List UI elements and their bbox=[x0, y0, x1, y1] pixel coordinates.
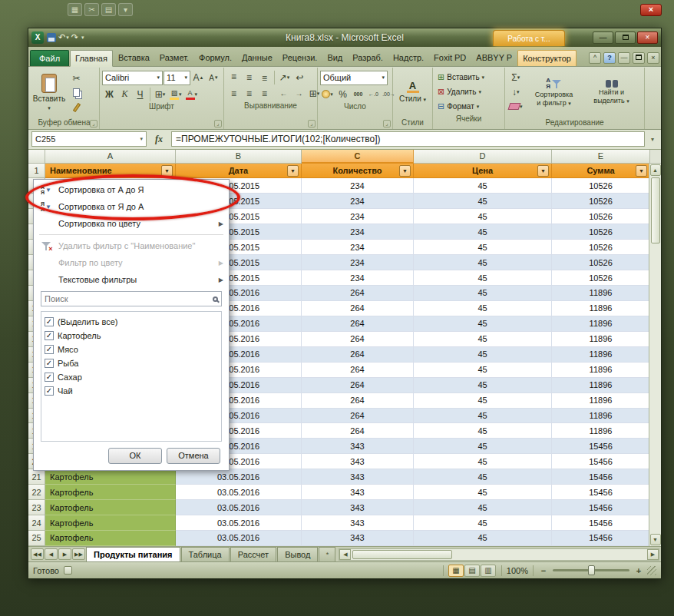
borders-button[interactable]: ⊞▾ bbox=[153, 88, 167, 101]
view-normal-button[interactable]: ▦ bbox=[448, 565, 464, 577]
cell-price[interactable]: 45 bbox=[414, 316, 552, 332]
format-painter-button[interactable] bbox=[69, 101, 84, 114]
view-page-layout-button[interactable]: ▤ bbox=[464, 565, 480, 577]
cell-sum[interactable]: 15456 bbox=[552, 454, 650, 469]
cell-qty[interactable]: 264 bbox=[302, 332, 414, 347]
cell-price[interactable]: 45 bbox=[414, 515, 552, 531]
cell-name[interactable]: Картофель bbox=[45, 469, 176, 485]
cell-sum[interactable]: 10526 bbox=[552, 194, 650, 209]
checkbox-checked-icon[interactable]: ✓ bbox=[45, 331, 54, 340]
cell-qty[interactable]: 343 bbox=[302, 439, 414, 454]
cell-sum[interactable]: 15456 bbox=[552, 500, 650, 515]
row-header[interactable]: 24 bbox=[28, 515, 45, 531]
decrease-indent-button[interactable]: ← bbox=[276, 87, 291, 101]
qat-customize-button[interactable]: ▾ bbox=[81, 33, 84, 41]
percent-style-button[interactable]: % bbox=[335, 88, 350, 101]
font-name-combo[interactable]: Calibri▾ bbox=[102, 71, 163, 85]
cell-sum[interactable]: 11896 bbox=[552, 347, 650, 363]
ribbon-tab[interactable]: Вставка bbox=[114, 50, 154, 66]
cell-sum[interactable]: 15456 bbox=[552, 515, 650, 531]
close-button[interactable]: × bbox=[637, 31, 658, 44]
cell-qty[interactable]: 343 bbox=[302, 454, 414, 469]
cell-price[interactable]: 45 bbox=[414, 301, 552, 316]
row-header[interactable]: 1 bbox=[28, 164, 45, 179]
filter-checkbox-item[interactable]: ✓ Сахар bbox=[45, 370, 218, 384]
dialog-launcher-icon[interactable]: ⌟ bbox=[383, 120, 391, 128]
next-sheet-button[interactable]: ▶ bbox=[58, 548, 71, 560]
ribbon-tab[interactable]: Файл bbox=[30, 50, 69, 66]
cell-sum[interactable]: 15456 bbox=[552, 469, 650, 485]
header-cell-date[interactable]: Дата▼ bbox=[176, 164, 302, 179]
ribbon-tab[interactable]: Главная bbox=[70, 50, 113, 67]
cell-sum[interactable]: 11896 bbox=[552, 363, 650, 378]
expand-formula-bar-button[interactable]: ▾ bbox=[647, 136, 658, 143]
cell-sum[interactable]: 11896 bbox=[552, 332, 650, 347]
cell-price[interactable]: 45 bbox=[414, 270, 552, 286]
row-header[interactable]: 23 bbox=[28, 500, 45, 515]
header-cell-price[interactable]: Цена▼ bbox=[414, 164, 552, 179]
cell-qty[interactable]: 343 bbox=[302, 515, 414, 531]
filter-checkbox-item[interactable]: ✓ Мясо bbox=[45, 343, 218, 356]
header-cell-name[interactable]: Наименование▼ bbox=[45, 164, 176, 179]
cell-price[interactable]: 45 bbox=[414, 439, 552, 454]
align-left-button[interactable]: ≡ bbox=[226, 87, 241, 101]
menu-item-sort-by-color[interactable]: Сортировка по цвету ▶ bbox=[35, 215, 228, 232]
cell-price[interactable]: 45 bbox=[414, 255, 552, 270]
vertical-scrollbar[interactable]: ▲ ▼ bbox=[649, 164, 661, 547]
cell-date[interactable]: 03.05.2016 bbox=[176, 500, 302, 515]
view-page-break-button[interactable]: ▥ bbox=[481, 565, 496, 577]
dialog-launcher-icon[interactable]: ⌟ bbox=[308, 120, 316, 128]
column-header[interactable]: A bbox=[45, 150, 176, 164]
filter-button-price[interactable]: ▼ bbox=[537, 165, 549, 177]
filter-button-name[interactable]: ▼ bbox=[161, 165, 173, 177]
checkbox-checked-icon[interactable]: ✓ bbox=[45, 359, 54, 368]
ribbon-tab[interactable]: Формул. bbox=[194, 50, 236, 66]
menu-item-clear-filter[interactable]: × Удалить фильтр с "Наименование" bbox=[35, 237, 228, 254]
ribbon-tab[interactable]: Конструктор bbox=[517, 50, 577, 66]
chrome-scissors-icon[interactable]: ✂ bbox=[84, 3, 99, 16]
cell-qty[interactable]: 264 bbox=[302, 286, 414, 301]
filter-search-box[interactable] bbox=[41, 291, 222, 306]
insert-sheet-button[interactable]: * bbox=[319, 547, 335, 561]
cell-price[interactable]: 45 bbox=[414, 363, 552, 378]
cell-sum[interactable]: 11896 bbox=[552, 316, 650, 332]
cell-price[interactable]: 45 bbox=[414, 178, 552, 194]
italic-button[interactable]: К bbox=[117, 88, 132, 101]
bold-button[interactable]: Ж bbox=[102, 88, 117, 101]
collapse-ribbon-button[interactable]: ^ bbox=[589, 52, 601, 64]
font-size-combo[interactable]: 11▾ bbox=[164, 71, 190, 85]
cell-price[interactable]: 45 bbox=[414, 286, 552, 301]
cell-qty[interactable]: 343 bbox=[302, 500, 414, 515]
cell-price[interactable]: 45 bbox=[414, 500, 552, 515]
cell-date[interactable]: 03.05.2016 bbox=[176, 485, 302, 500]
align-top-button[interactable]: ≡ bbox=[226, 71, 241, 84]
cell-price[interactable]: 45 bbox=[414, 454, 552, 469]
cell-sum[interactable]: 11896 bbox=[552, 378, 650, 393]
horizontal-scroll-thumb[interactable] bbox=[352, 550, 452, 559]
cell-price[interactable]: 45 bbox=[414, 224, 552, 240]
ribbon-tab[interactable]: Рецензи. bbox=[278, 50, 322, 66]
row-header[interactable]: 21 bbox=[28, 469, 45, 485]
insert-function-button[interactable]: fx bbox=[149, 134, 169, 145]
cell-sum[interactable]: 10526 bbox=[552, 270, 650, 286]
cell-date[interactable]: 03.05.2016 bbox=[176, 531, 302, 546]
fill-color-button[interactable]: ▨▾ bbox=[168, 88, 183, 101]
copy-button[interactable] bbox=[69, 86, 84, 100]
ribbon-tab[interactable]: Foxit PD bbox=[429, 50, 471, 66]
number-format-combo[interactable]: Общий▾ bbox=[320, 71, 388, 85]
sheet-tab[interactable]: Рассчет bbox=[230, 547, 277, 561]
save-button[interactable] bbox=[47, 33, 56, 42]
filter-checkbox-item[interactable]: ✓ Чай bbox=[45, 384, 218, 398]
cell-sum[interactable]: 10526 bbox=[552, 178, 650, 194]
align-center-button[interactable]: ≡ bbox=[242, 87, 256, 101]
excel-logo-icon[interactable]: X bbox=[31, 31, 44, 44]
ribbon-tab[interactable]: Разраб. bbox=[348, 50, 388, 66]
cell-price[interactable]: 45 bbox=[414, 209, 552, 224]
cell-price[interactable]: 45 bbox=[414, 332, 552, 347]
formula-input[interactable]: =ПРОМЕЖУТОЧНЫЕ.ИТОГИ(102;[Количество]) bbox=[171, 131, 645, 147]
checkbox-checked-icon[interactable]: ✓ bbox=[45, 345, 54, 354]
align-right-button[interactable]: ≡ bbox=[257, 87, 272, 101]
last-sheet-button[interactable]: ▶▶ bbox=[72, 548, 85, 560]
cell-qty[interactable]: 343 bbox=[302, 531, 414, 546]
cell-qty[interactable]: 234 bbox=[302, 178, 414, 194]
